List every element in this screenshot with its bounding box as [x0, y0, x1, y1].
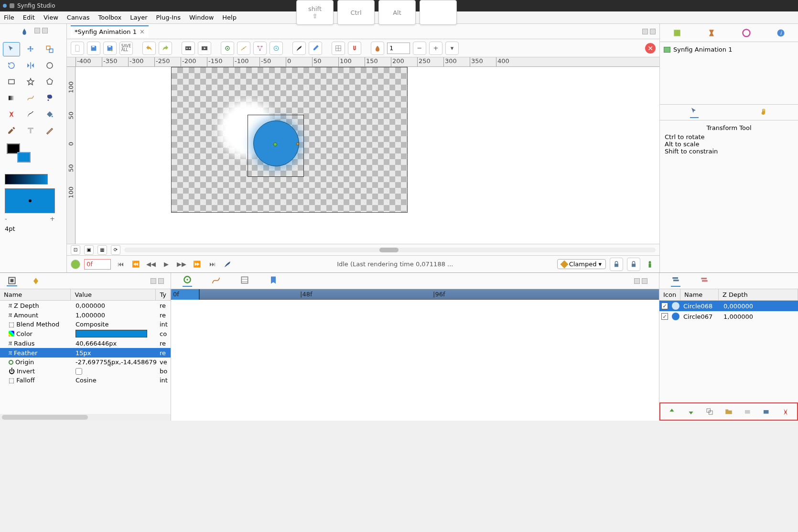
- tree-item[interactable]: Synfig Animation 1: [664, 45, 794, 54]
- close-tab-icon[interactable]: ✕: [140, 28, 145, 35]
- panel-handle[interactable]: [642, 29, 648, 34]
- params-tab-icon[interactable]: [7, 276, 17, 286]
- seek-back-button[interactable]: ◀◀: [145, 259, 157, 270]
- duplicate-layer-button[interactable]: [704, 406, 715, 417]
- fill-preview[interactable]: [5, 188, 55, 213]
- canvas[interactable]: [75, 67, 659, 244]
- menu-edit[interactable]: Edit: [23, 14, 35, 21]
- params-hscroll[interactable]: [0, 414, 171, 421]
- color-chip[interactable]: [75, 330, 147, 337]
- eyedropper-tool[interactable]: [3, 123, 20, 138]
- window-close-icon[interactable]: [10, 3, 14, 8]
- scale-tool[interactable]: [41, 42, 58, 56]
- save-all-button[interactable]: SAVEALL: [119, 42, 133, 55]
- zoom-dropdown[interactable]: ▾: [445, 42, 459, 55]
- param-row[interactable]: πAmount1,000000re: [0, 310, 171, 320]
- hand-tab-icon[interactable]: [759, 108, 768, 118]
- document-tab[interactable]: *Synfig Animation 1 ✕: [71, 25, 149, 37]
- new-layer-button[interactable]: [743, 406, 753, 417]
- line-width-plus[interactable]: +: [50, 215, 55, 222]
- smooth-move-tool[interactable]: [22, 42, 39, 56]
- menu-toolbox[interactable]: Toolbox: [98, 14, 122, 21]
- param-row[interactable]: Colorco: [0, 329, 171, 338]
- timeline-ruler[interactable]: 0f |48f |96f: [171, 289, 659, 300]
- radius-handle[interactable]: [296, 142, 299, 145]
- preview-button[interactable]: [198, 42, 211, 55]
- text-tool[interactable]: [22, 123, 39, 138]
- palette-tab-icon[interactable]: [741, 28, 752, 38]
- grid-button[interactable]: [332, 42, 345, 55]
- seek-prev-key-button[interactable]: ⏪: [130, 259, 141, 270]
- seek-start-button[interactable]: ⏮: [115, 259, 126, 270]
- timeline-body[interactable]: [171, 300, 659, 421]
- menu-file[interactable]: File: [4, 14, 14, 21]
- param-row[interactable]: πRadius40,666446pxre: [0, 338, 171, 348]
- layer-row[interactable]: ✓Circle0680,000000: [659, 301, 798, 311]
- layer-visible-checkbox[interactable]: ✓: [661, 313, 668, 320]
- undo-button[interactable]: [142, 42, 156, 55]
- save-as-button[interactable]: [103, 42, 117, 55]
- show-origin-button[interactable]: [221, 42, 234, 55]
- layers-tab-icon[interactable]: [671, 275, 680, 287]
- animate-mode-button[interactable]: [71, 260, 80, 269]
- menu-layer[interactable]: Layer: [130, 14, 147, 21]
- mirror-tool[interactable]: [22, 58, 39, 73]
- show-width-button[interactable]: [270, 42, 283, 55]
- library-tab-icon[interactable]: [269, 275, 278, 286]
- menu-window[interactable]: Window: [189, 14, 214, 21]
- color-swatches[interactable]: [2, 143, 65, 171]
- lock-keyframe-past-button[interactable]: [610, 258, 623, 271]
- width-tool[interactable]: [22, 107, 39, 121]
- timetrack-tab-icon[interactable]: [183, 275, 192, 287]
- grid-toggle[interactable]: ▦: [97, 245, 107, 255]
- transform-tool[interactable]: [3, 42, 20, 56]
- curves-tab-icon[interactable]: [211, 275, 221, 286]
- lock-keyframe-future-button[interactable]: [627, 258, 640, 271]
- param-row[interactable]: πZ Depth0,000000re: [0, 301, 171, 310]
- canvas-browser-tab-icon[interactable]: [672, 28, 682, 38]
- panel-handle[interactable]: [650, 29, 656, 34]
- lasso-tool[interactable]: [41, 91, 58, 105]
- animate-toggle-icon[interactable]: [644, 259, 656, 270]
- keyframes-tab-icon[interactable]: [31, 276, 41, 286]
- sets-tab-icon[interactable]: [700, 275, 709, 286]
- lower-layer-button[interactable]: [686, 406, 696, 417]
- delete-layer-button[interactable]: [761, 406, 772, 417]
- play-button[interactable]: ▶: [161, 259, 172, 270]
- menu-plugins[interactable]: Plug-Ins: [156, 14, 181, 21]
- line-width-value[interactable]: 4pt: [5, 225, 65, 232]
- cutout-tool[interactable]: [3, 107, 20, 121]
- close-canvas-button[interactable]: ✕: [645, 43, 656, 54]
- menu-canvas[interactable]: Canvas: [67, 14, 90, 21]
- app-home-icon[interactable]: [19, 28, 30, 38]
- cursor-tab-icon[interactable]: [690, 107, 699, 118]
- param-row[interactable]: ⏻Invertbo: [0, 367, 171, 376]
- refresh-button[interactable]: ⟳: [111, 245, 120, 255]
- rectangle-tool[interactable]: [3, 75, 20, 89]
- canvas-hscroll[interactable]: [124, 248, 656, 252]
- param-row[interactable]: Origin-27,697755px,-14,458679ve: [0, 358, 171, 367]
- render-button[interactable]: [182, 42, 195, 55]
- layer-row[interactable]: ✓Circle0671,000000: [659, 311, 798, 322]
- param-row[interactable]: ⬚FalloffCosineint: [0, 376, 171, 385]
- expand-button[interactable]: ⊡: [71, 245, 80, 255]
- zoom-in-button[interactable]: +: [429, 42, 442, 55]
- spline-tool[interactable]: [22, 91, 39, 105]
- polygon-tool[interactable]: [41, 75, 58, 89]
- seek-fwd-button[interactable]: ▶▶: [176, 259, 187, 270]
- star-tool[interactable]: [22, 75, 39, 89]
- save-button[interactable]: [87, 42, 100, 55]
- fill-tool[interactable]: [41, 107, 58, 121]
- show-vertex-button[interactable]: [253, 42, 267, 55]
- circle-tool[interactable]: [41, 58, 58, 73]
- param-row[interactable]: ⬚Blend MethodCompositeint: [0, 320, 171, 329]
- zoom-out-button[interactable]: −: [413, 42, 426, 55]
- info-tab-icon[interactable]: i: [776, 28, 786, 38]
- zoom-input[interactable]: [387, 43, 410, 54]
- invert-checkbox[interactable]: [75, 368, 82, 375]
- seek-end-button[interactable]: ⏭: [206, 259, 218, 270]
- history-tab-icon[interactable]: [240, 275, 249, 286]
- fit-button[interactable]: ▣: [84, 245, 94, 255]
- show-tangent-button[interactable]: [237, 42, 250, 55]
- raise-layer-button[interactable]: [667, 406, 677, 417]
